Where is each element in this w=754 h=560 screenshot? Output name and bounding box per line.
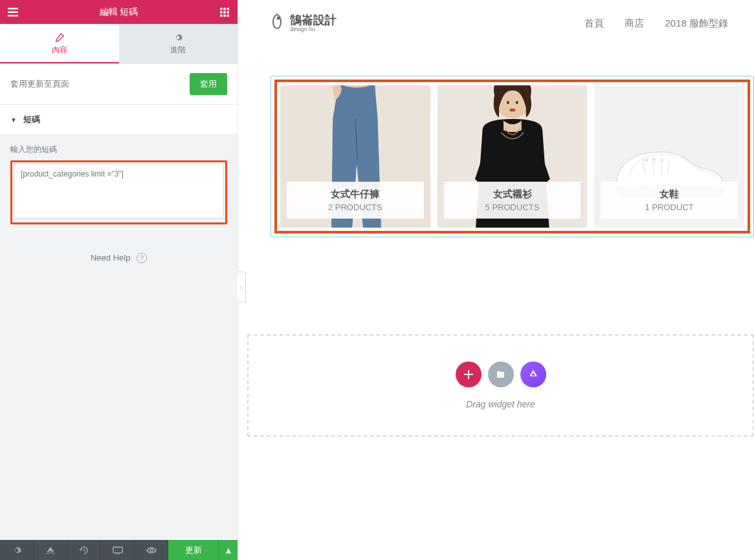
drag-action-buttons	[249, 361, 753, 387]
svg-point-20	[516, 101, 518, 104]
editor-tabs: 內容 進階	[0, 24, 238, 64]
settings-icon[interactable]	[0, 540, 34, 560]
nav-shop[interactable]: 商店	[625, 17, 644, 30]
shortcode-input[interactable]	[14, 164, 224, 219]
section-title: 短碼	[23, 114, 40, 125]
shortcode-widget-section[interactable]: 女式牛仔褲 2 PRODUCTS	[271, 76, 754, 237]
product-count: 2 PRODUCTS	[287, 202, 424, 212]
sidebar-footer: 更新 ▴	[0, 540, 238, 560]
product-label: 女鞋 1 PRODUCT	[601, 182, 738, 219]
section-shortcode-header[interactable]: ▼ 短碼	[0, 105, 238, 135]
tab-advanced[interactable]: 進階	[119, 24, 238, 63]
navigator-icon[interactable]	[34, 540, 67, 560]
update-button[interactable]: 更新	[168, 540, 218, 560]
chevron-down-icon: ▼	[10, 116, 17, 124]
need-help-label: Need Help	[91, 253, 130, 263]
svg-rect-3	[220, 8, 223, 10]
svg-rect-1	[8, 11, 18, 13]
svg-point-21	[509, 109, 515, 112]
svg-point-23	[645, 158, 649, 162]
tab-advanced-label: 進階	[170, 45, 186, 54]
template-library-button[interactable]	[488, 361, 514, 387]
drag-widget-area[interactable]: Drag widget here	[247, 334, 754, 436]
svg-rect-12	[113, 547, 122, 553]
svg-rect-5	[227, 8, 229, 10]
product-label: 女式牛仔褲 2 PRODUCTS	[287, 182, 424, 219]
apply-button[interactable]: 套用	[190, 73, 227, 95]
tab-content[interactable]: 內容	[0, 24, 119, 63]
svg-point-13	[150, 549, 153, 552]
collapse-sidebar-handle[interactable]: ‹	[238, 272, 246, 303]
tab-content-label: 內容	[52, 45, 67, 54]
product-count: 1 PRODUCT	[601, 202, 738, 212]
widgets-icon[interactable]	[218, 6, 231, 19]
need-help[interactable]: Need Help ?	[0, 233, 238, 283]
annotation-highlight-section: 女式牛仔褲 2 PRODUCTS	[274, 80, 750, 233]
editor-sidebar: 編輯 短碼 內容 進階 套用更新至頁面 套用 ▼ 短碼	[0, 0, 238, 560]
svg-rect-6	[220, 11, 223, 14]
product-categories-row: 女式牛仔褲 2 PRODUCTS	[280, 85, 744, 228]
product-category-card[interactable]: 女式襯衫 5 PRODUCTS	[438, 85, 588, 228]
nav-catalog[interactable]: 2018 服飾型錄	[665, 17, 728, 30]
product-category-card[interactable]: 女鞋 1 PRODUCT	[594, 85, 744, 228]
svg-point-19	[507, 101, 509, 104]
svg-rect-2	[8, 15, 18, 17]
svg-rect-11	[227, 14, 229, 17]
update-options-button[interactable]: ▴	[218, 540, 238, 560]
envato-button[interactable]	[520, 361, 546, 387]
site-header: 鵠崙設計 design hu 首頁 商店 2018 服飾型錄	[238, 0, 754, 47]
responsive-icon[interactable]	[101, 540, 135, 560]
logo-subtitle: design hu	[290, 26, 337, 32]
product-count: 5 PRODUCTS	[444, 202, 581, 212]
sidebar-header: 編輯 短碼	[0, 0, 238, 24]
preview-icon[interactable]	[135, 540, 168, 560]
nav-home[interactable]: 首頁	[584, 17, 604, 30]
svg-rect-4	[223, 8, 226, 10]
menu-icon[interactable]	[6, 6, 19, 19]
svg-rect-7	[223, 11, 226, 14]
product-title: 女鞋	[601, 188, 738, 200]
svg-rect-8	[227, 11, 229, 14]
apply-label: 套用更新至頁面	[10, 78, 69, 90]
svg-rect-9	[220, 14, 223, 17]
logo-text: 鵠崙設計	[290, 14, 337, 26]
shortcode-field-group: 輸入您的短碼	[0, 135, 238, 233]
add-section-button[interactable]	[456, 361, 482, 387]
canvas: 鵠崙設計 design hu 首頁 商店 2018 服飾型錄	[238, 0, 754, 560]
sidebar-title: 編輯 短碼	[100, 6, 139, 18]
product-label: 女式襯衫 5 PRODUCTS	[444, 182, 581, 219]
history-icon[interactable]	[67, 540, 101, 560]
apply-bar: 套用更新至頁面 套用	[0, 64, 238, 105]
product-category-card[interactable]: 女式牛仔褲 2 PRODUCTS	[280, 85, 430, 228]
svg-rect-10	[223, 14, 226, 17]
svg-point-14	[278, 17, 280, 19]
drag-widget-text: Drag widget here	[249, 399, 753, 409]
svg-rect-27	[464, 374, 473, 375]
svg-rect-0	[8, 8, 18, 10]
product-title: 女式襯衫	[444, 188, 581, 200]
annotation-highlight	[10, 160, 227, 224]
site-logo[interactable]: 鵠崙設計 design hu	[269, 13, 337, 34]
shortcode-label: 輸入您的短碼	[10, 144, 227, 155]
help-icon: ?	[137, 253, 147, 263]
product-title: 女式牛仔褲	[287, 188, 424, 200]
main-nav: 首頁 商店 2018 服飾型錄	[584, 17, 728, 30]
